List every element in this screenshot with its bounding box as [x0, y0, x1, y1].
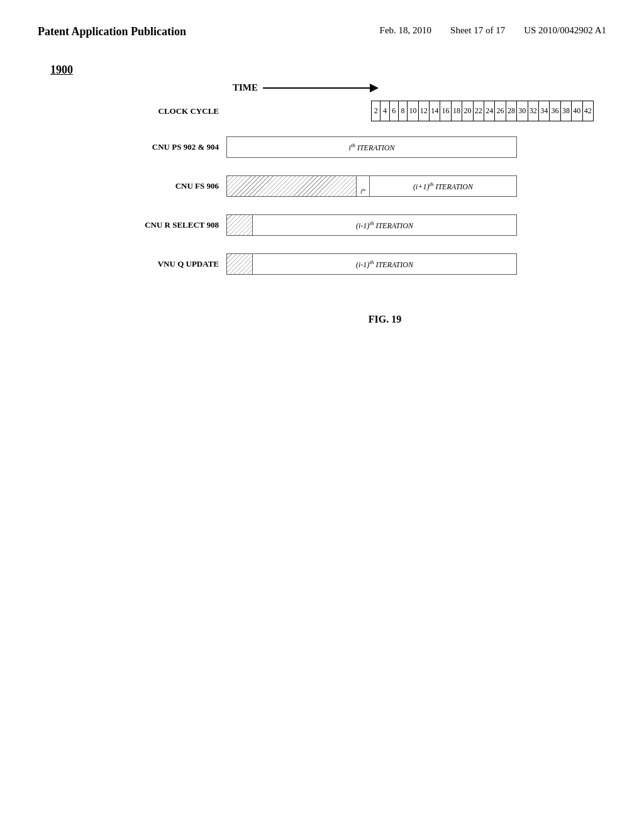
cycle-cell: 2 [372, 101, 380, 121]
cycle-cell: 20 [462, 101, 473, 121]
vnu-q-update-label: VNU Q UPDATE [88, 259, 226, 269]
cycle-cell: 4 [380, 101, 389, 121]
cnu-r-select-label: CNU R SELECT 908 [88, 220, 226, 230]
cnu-ps-label: CNU PS 902 & 904 [88, 142, 226, 152]
figure-number: 1900 [50, 64, 73, 77]
clock-cycle-table: 24681012141618202224262830323436384042 [371, 101, 594, 121]
cycle-cell: 14 [430, 101, 440, 121]
cnu-fs-row: CNU FS 906 ith (i+1)th ITERATION [88, 174, 594, 198]
cycle-cell: 24 [484, 101, 494, 121]
cnu-fs-label: CNU FS 906 [88, 181, 226, 191]
cycle-cell: 42 [582, 101, 594, 121]
clock-cycle-row: CLOCK CYCLE 2468101214161820222426283032… [88, 101, 594, 121]
cycle-cell: 26 [495, 101, 506, 121]
cycle-cell: 12 [418, 101, 429, 121]
page-header: Patent Application Publication Feb. 18, … [0, 0, 644, 51]
cycle-cell: 22 [473, 101, 484, 121]
cycle-cell: 10 [408, 101, 418, 121]
header-meta: Feb. 18, 2010 Sheet 17 of 17 US 2010/004… [380, 25, 606, 36]
cycle-cell: 40 [572, 101, 582, 121]
cycle-cell: 8 [398, 101, 407, 121]
diagram: TIME CLOCK CYCLE 24681012141618202224262… [88, 82, 594, 276]
cycle-cell: 6 [389, 101, 398, 121]
cycle-cell: 36 [550, 101, 560, 121]
publication-title: Patent Application Publication [38, 25, 186, 38]
clock-cycle-label: CLOCK CYCLE [88, 106, 226, 116]
cnu-fs-bar: ith (i+1)th ITERATION [226, 174, 517, 198]
time-arrow [263, 84, 379, 92]
figure-caption: FIG. 19 [176, 314, 594, 325]
patent-number: US 2010/0042902 A1 [524, 25, 606, 36]
time-label: TIME [233, 82, 258, 93]
cnu-ps-row: CNU PS 902 & 904 ith ITERATION [88, 135, 594, 159]
vnu-q-update-bar: (i-1)th ITERATION [226, 252, 517, 276]
cycle-cell: 32 [528, 101, 538, 121]
cnu-r-select-row: CNU R SELECT 908 (i-1)th ITERATION [88, 213, 594, 237]
sheet-info: Sheet 17 of 17 [450, 25, 505, 36]
cycle-cell: 34 [538, 101, 549, 121]
vnu-q-update-row: VNU Q UPDATE (i-1)th ITERATION [88, 252, 594, 276]
cycle-cell: 38 [560, 101, 571, 121]
cnu-ps-bar: ith ITERATION [226, 135, 517, 159]
cycle-cell: 16 [440, 101, 451, 121]
cnu-r-select-bar: (i-1)th ITERATION [226, 213, 517, 237]
cycle-cell: 18 [451, 101, 462, 121]
pub-date: Feb. 18, 2010 [380, 25, 432, 36]
main-content: 1900 TIME CLOCK CYCLE 246810121416182022… [0, 51, 644, 350]
cycle-cell: 28 [506, 101, 516, 121]
cycle-cell: 30 [517, 101, 528, 121]
